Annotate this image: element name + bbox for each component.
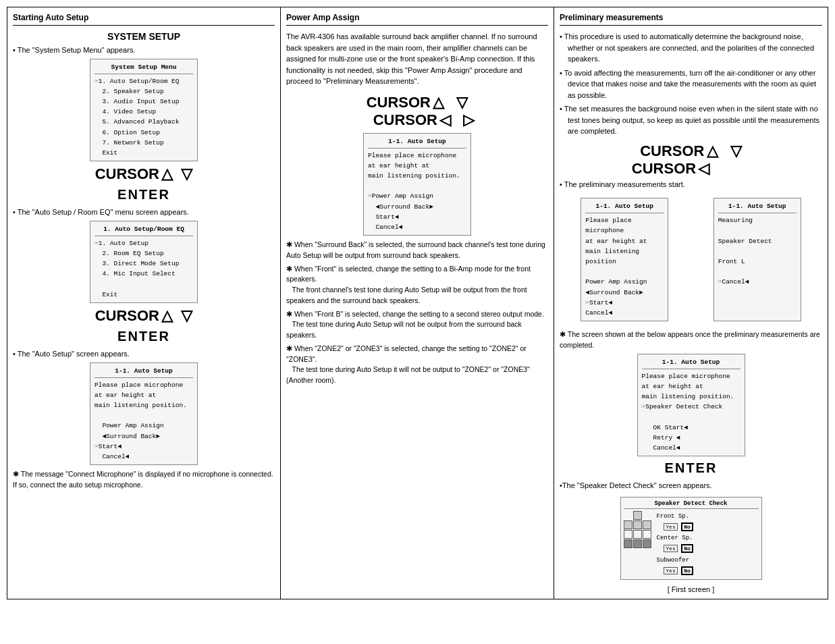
col3-cursor-line2: CURSOR ◁ — [519, 160, 822, 178]
front-sp-row: Front Sp. — [657, 511, 693, 522]
col3-enter-note: •The "Speaker Detect Check" screen appea… — [560, 480, 822, 491]
col1-screen1-line3: 3. Audio Input Setup — [95, 97, 193, 107]
col2-screen-title: 1-1. Auto Setup — [368, 136, 466, 149]
col1-screen3-line2: at ear height at — [95, 390, 193, 400]
col1-screen2-line2: 2. Room EQ Setup — [95, 248, 193, 259]
col1-enter1-row: ENTER — [13, 187, 275, 203]
col3-note1: ✱ The screen shown at the below appears … — [560, 329, 822, 351]
sub-no: No — [681, 566, 693, 575]
speaker-detect-labels: Front Sp. Yes No Center Sp. Yes No Subwo… — [657, 511, 693, 576]
col1-screen3-title: 1-1. Auto Setup — [95, 366, 193, 378]
col2-screen-line5: ☞Power Amp Assign — [368, 191, 466, 201]
col1-cursor2-arrows: △ ▽ — [161, 307, 192, 324]
sub-yes: Yes — [664, 567, 677, 574]
sub-yes-no: Yes No — [657, 566, 693, 576]
speaker-detect-box: Speaker Detect Check — [620, 497, 762, 580]
col3-bullet1: • This procedure is used to automaticall… — [560, 31, 822, 65]
sg-r2c3 — [643, 520, 651, 529]
col1-bullet3: • The "Auto Setup" screen appears. — [13, 348, 275, 360]
col1-screen3-line1: Please place microphone — [95, 380, 193, 390]
col1-cursor1-label: CURSOR — [95, 165, 159, 182]
col1-enter2-label: ENTER — [117, 329, 170, 344]
center-sp-yes-no: Yes No — [657, 543, 693, 554]
col2-cursor-block: CURSOR △ ▽ CURSOR ◁ ▷ — [286, 94, 548, 129]
col3-screen-right: 1-1. Auto Setup Measuring Speaker Detect… — [713, 198, 801, 321]
col1-screen1-line5: 5. Advanced Playback — [95, 117, 193, 127]
speaker-detect-inner: Front Sp. Yes No Center Sp. Yes No Subwo… — [624, 511, 759, 576]
column-3: Preliminary measurements • This procedur… — [554, 7, 828, 599]
col1-screen1-line4: 4. Video Setup — [95, 107, 193, 117]
col3-header: Preliminary measurements — [560, 13, 822, 26]
front-sp-yes-no: Yes No — [657, 522, 693, 533]
col3-cursor-line1: CURSOR △ ▽ — [560, 142, 822, 160]
col1-bullet2: • The "Auto Setup / Room EQ" menu screen… — [13, 207, 275, 218]
col1-screen2: 1. Auto Setup/Room EQ ☞1. Auto Setup 2. … — [90, 221, 198, 303]
col3-screen-bottom: 1-1. Auto Setup Please place microphone … — [637, 354, 745, 457]
col1-cursor1-row: CURSOR △ ▽ — [13, 165, 275, 183]
col2-note1: ✱ When "Surround Back" is selected, the … — [286, 240, 548, 261]
col1-screen2-line6: Exit — [95, 290, 193, 300]
sg-r3c1 — [624, 530, 632, 539]
col3-cursor-note: • The preliminary measurements start. — [560, 179, 822, 190]
col2-header: Power Amp Assign — [286, 13, 548, 26]
col1-screen1-title: System Setup Menu — [95, 62, 193, 74]
col1-screen2-title: 1. Auto Setup/Room EQ — [95, 224, 193, 236]
col1-screen1-line2: 2. Speaker Setup — [95, 86, 193, 97]
sg-r2c1 — [624, 520, 632, 529]
col2-screen-line3: main listening position. — [368, 171, 466, 181]
col3-bullet2: • To avoid affecting the measurements, t… — [560, 68, 822, 101]
col1-screen3-line6: ◄Surround Back► — [95, 431, 193, 441]
col1-cursor2-row: CURSOR △ ▽ — [13, 307, 275, 325]
col1-screen2-line1: ☞1. Auto Setup — [95, 238, 193, 248]
speaker-detect-container: Speaker Detect Check — [560, 497, 822, 580]
col1-screen2-line3: 3. Direct Mode Setup — [95, 259, 193, 269]
col1-enter2-row: ENTER — [13, 329, 275, 344]
speaker-grid-area — [624, 511, 651, 576]
col3-bullet3: • The set measures the background noise … — [560, 103, 822, 137]
col1-screen1: System Setup Menu ☞1. Auto Setup/Room EQ… — [90, 59, 198, 162]
sg-r4c3 — [643, 539, 651, 548]
col1-screen3-line8: Cancel◄ — [95, 452, 193, 462]
col3-screen-left: 1-1. Auto Setup Please place microphone … — [581, 198, 668, 321]
column-1: Starting Auto Setup SYSTEM SETUP • The "… — [7, 7, 281, 599]
center-sp-row: Center Sp. — [657, 533, 693, 543]
col3-enter-label: ENTER — [665, 460, 718, 475]
col2-intro: The AVR-4306 has available surround back… — [286, 31, 548, 87]
col3-screens-row: 1-1. Auto Setup Please place microphone … — [560, 194, 822, 325]
col1-enter1-label: ENTER — [117, 187, 170, 202]
center-yes: Yes — [664, 545, 677, 552]
col3-enter-row: ENTER — [560, 460, 822, 476]
sg-r3c3 — [643, 530, 651, 539]
col2-note2: ✱ When "Front" is selected, change the s… — [286, 264, 548, 306]
speaker-grid — [624, 511, 651, 548]
front-no: No — [681, 522, 693, 531]
col3-cursor-block: CURSOR △ ▽ CURSOR ◁ — [560, 142, 822, 178]
sg-r1c2 — [633, 511, 642, 520]
col1-screen3-line5: Power Amp Assign — [95, 421, 193, 431]
col1-screen3-line4 — [95, 410, 193, 421]
col2-screen: 1-1. Auto Setup Please place microphone … — [363, 133, 471, 236]
front-yes: Yes — [664, 523, 677, 531]
center-no: No — [681, 544, 693, 553]
col1-screen1-line1: ☞1. Auto Setup/Room EQ — [95, 76, 193, 86]
col1-header: Starting Auto Setup — [13, 13, 275, 26]
system-setup-title: SYSTEM SETUP — [13, 31, 275, 42]
col1-screen1-line6: 6. Option Setup — [95, 128, 193, 138]
col1-screen1-line8: Exit — [95, 148, 193, 158]
col2-screen-line4 — [368, 181, 466, 191]
col2-screen-line1: Please place microphone — [368, 151, 466, 161]
sg-r4c1 — [624, 539, 632, 548]
col1-screen2-line5 — [95, 279, 193, 290]
sg-r1c3 — [643, 511, 651, 520]
col1-screen3-line7: ☞Start◄ — [95, 441, 193, 452]
col1-bullet1: • The "System Setup Menu" appears. — [13, 45, 275, 56]
first-screen-label: [ First screen ] — [560, 585, 822, 593]
col2-cursor-line2: CURSOR ◁ ▷ — [300, 111, 548, 129]
sg-r4c2 — [633, 539, 642, 548]
col2-cursor-line1: CURSOR △ ▽ — [286, 94, 548, 111]
col1-cursor2-label: CURSOR — [95, 307, 159, 324]
sg-r3c2 — [633, 530, 642, 539]
col2-note3: ✱ When "Front B" is selected, change the… — [286, 309, 548, 341]
col2-screen-line6: ◄Surround Back► — [368, 202, 466, 212]
sub-row: Subwoofer — [657, 555, 693, 566]
